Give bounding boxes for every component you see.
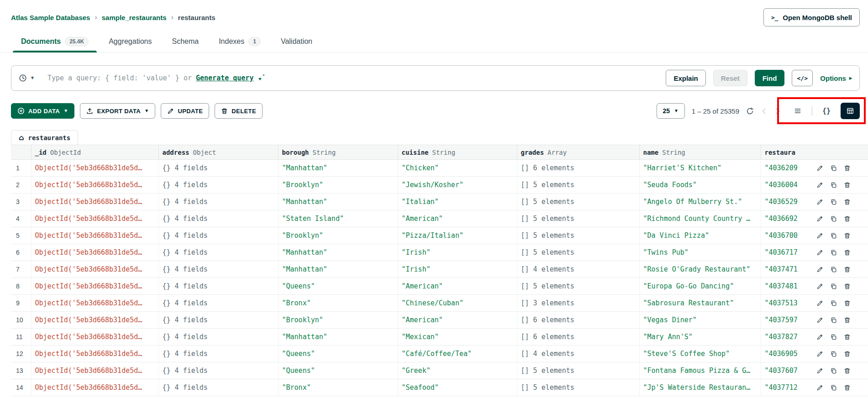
cell-restaurant-id[interactable]: "4037827 xyxy=(761,329,811,346)
table-row[interactable]: 8 ObjectId('5eb3d668b31de5d… {} 4 fields… xyxy=(11,278,868,295)
cell-id[interactable]: ObjectId('5eb3d668b31de5d… xyxy=(31,312,158,329)
cell-cuisine[interactable]: "American" xyxy=(398,278,517,295)
edit-document-button[interactable] xyxy=(816,182,823,189)
cell-grades[interactable]: [] 5 elements xyxy=(517,379,639,396)
cell-name[interactable]: "Angelo Of Mulberry St." xyxy=(639,194,761,210)
copy-document-button[interactable] xyxy=(830,182,837,189)
delete-button[interactable]: DELETE xyxy=(215,103,263,119)
cell-name[interactable]: "Sabrosura Restaurant" xyxy=(639,295,761,312)
refresh-button[interactable] xyxy=(746,107,754,115)
copy-document-button[interactable] xyxy=(830,334,837,340)
cell-grades[interactable]: [] 5 elements xyxy=(517,362,639,379)
cell-id[interactable]: ObjectId('5eb3d668b31de5d… xyxy=(31,261,158,278)
cell-address[interactable]: {} 4 fields xyxy=(158,346,278,362)
copy-document-button[interactable] xyxy=(830,300,837,307)
delete-document-button[interactable] xyxy=(844,283,851,290)
cell-restaurant-id[interactable]: "4036529 xyxy=(761,194,811,210)
edit-document-button[interactable] xyxy=(816,215,823,222)
cell-borough[interactable]: "Manhattan" xyxy=(278,244,398,261)
cell-cuisine[interactable]: "Seafood" xyxy=(398,379,517,396)
edit-document-button[interactable] xyxy=(816,165,823,172)
cell-borough[interactable]: "Brooklyn" xyxy=(278,177,398,194)
delete-document-button[interactable] xyxy=(844,351,851,357)
cell-grades[interactable]: [] 5 elements xyxy=(517,244,639,261)
table-row[interactable]: 13 ObjectId('5eb3d668b31de5d… {} 4 field… xyxy=(11,362,868,379)
breadcrumb-item-atlas-sample-databases[interactable]: Atlas Sample Databases xyxy=(11,14,90,21)
cell-name[interactable]: "Jp'S Waterside Restauran… xyxy=(639,379,761,396)
json-view-toggle[interactable]: {} xyxy=(817,103,836,119)
cell-name[interactable]: "Mary Ann'S" xyxy=(639,329,761,346)
cell-cuisine[interactable]: "American" xyxy=(398,312,517,329)
cell-id[interactable]: ObjectId('5eb3d668b31de5d… xyxy=(31,295,158,312)
cell-address[interactable]: {} 4 fields xyxy=(158,244,278,261)
cell-grades[interactable]: [] 4 elements xyxy=(517,346,639,362)
cell-borough[interactable]: "Manhattan" xyxy=(278,329,398,346)
delete-document-button[interactable] xyxy=(844,367,851,374)
collection-tab-restaurants[interactable]: ⌂ restaurants xyxy=(11,130,78,145)
cell-id[interactable]: ObjectId('5eb3d668b31de5d… xyxy=(31,227,158,244)
cell-id[interactable]: ObjectId('5eb3d668b31de5d… xyxy=(31,177,158,194)
export-data-button[interactable]: EXPORT DATA ▼ xyxy=(80,103,155,119)
cell-cuisine[interactable]: "Pizza/Italian" xyxy=(398,227,517,244)
cell-borough[interactable]: "Manhattan" xyxy=(278,261,398,278)
cell-address[interactable]: {} 4 fields xyxy=(158,362,278,379)
copy-document-button[interactable] xyxy=(830,165,837,172)
tab-indexes[interactable]: Indexes 1 xyxy=(209,31,271,52)
cell-address[interactable]: {} 4 fields xyxy=(158,160,278,177)
cell-borough[interactable]: "Queens" xyxy=(278,346,398,362)
table-row[interactable]: 7 ObjectId('5eb3d668b31de5d… {} 4 fields… xyxy=(11,261,868,278)
cell-restaurant-id[interactable]: "4036692 xyxy=(761,210,811,227)
edit-document-button[interactable] xyxy=(816,351,823,357)
delete-document-button[interactable] xyxy=(844,384,851,391)
delete-document-button[interactable] xyxy=(844,182,851,189)
table-row[interactable]: 9 ObjectId('5eb3d668b31de5d… {} 4 fields… xyxy=(11,295,868,312)
cell-grades[interactable]: [] 5 elements xyxy=(517,227,639,244)
edit-document-button[interactable] xyxy=(816,249,823,256)
cell-address[interactable]: {} 4 fields xyxy=(158,295,278,312)
cell-name[interactable]: "Fontana Famous Pizza & G… xyxy=(639,362,761,379)
table-row[interactable]: 5 ObjectId('5eb3d668b31de5d… {} 4 fields… xyxy=(11,227,868,244)
cell-restaurant-id[interactable]: "4036905 xyxy=(761,346,811,362)
cell-id[interactable]: ObjectId('5eb3d668b31de5d… xyxy=(31,194,158,210)
copy-document-button[interactable] xyxy=(830,367,837,374)
cell-address[interactable]: {} 4 fields xyxy=(158,261,278,278)
cell-restaurant-id[interactable]: "4037597 xyxy=(761,312,811,329)
cell-name[interactable]: "Richmond County Country … xyxy=(639,210,761,227)
column-header-name[interactable]: nameString xyxy=(639,145,761,160)
cell-grades[interactable]: [] 3 elements xyxy=(517,295,639,312)
copy-document-button[interactable] xyxy=(830,351,837,357)
delete-document-button[interactable] xyxy=(844,266,851,273)
delete-document-button[interactable] xyxy=(844,199,851,205)
explain-button[interactable]: Explain xyxy=(666,70,705,86)
cell-restaurant-id[interactable]: "4037712 xyxy=(761,379,811,396)
cell-address[interactable]: {} 4 fields xyxy=(158,210,278,227)
edit-document-button[interactable] xyxy=(816,384,823,391)
column-header-grades[interactable]: gradesArray xyxy=(517,145,639,160)
delete-document-button[interactable] xyxy=(844,232,851,239)
cell-cuisine[interactable]: "American" xyxy=(398,210,517,227)
cell-borough[interactable]: "Bronx" xyxy=(278,295,398,312)
tab-schema[interactable]: Schema xyxy=(162,31,209,52)
cell-borough[interactable]: "Manhattan" xyxy=(278,194,398,210)
table-row[interactable]: 11 ObjectId('5eb3d668b31de5d… {} 4 field… xyxy=(11,329,868,346)
cell-restaurant-id[interactable]: "4037481 xyxy=(761,278,811,295)
cell-address[interactable]: {} 4 fields xyxy=(158,177,278,194)
cell-name[interactable]: "Harriet'S Kitchen" xyxy=(639,160,761,177)
edit-document-button[interactable] xyxy=(816,300,823,307)
query-code-toggle-button[interactable]: </> xyxy=(792,70,813,86)
copy-document-button[interactable] xyxy=(830,283,837,290)
cell-cuisine[interactable]: "Jewish/Kosher" xyxy=(398,177,517,194)
breadcrumb-item-sample-restaurants[interactable]: sample_restaurants xyxy=(102,14,167,21)
previous-page-button[interactable] xyxy=(761,108,768,115)
cell-grades[interactable]: [] 6 elements xyxy=(517,329,639,346)
delete-document-button[interactable] xyxy=(844,300,851,307)
generate-query-link[interactable]: Generate query xyxy=(196,74,253,82)
copy-document-button[interactable] xyxy=(830,384,837,391)
cell-cuisine[interactable]: "Italian" xyxy=(398,194,517,210)
column-header-restaurant-id[interactable]: restaura xyxy=(761,145,868,160)
cell-name[interactable]: "Europa Go-Go Dancing" xyxy=(639,278,761,295)
page-size-select[interactable]: 25 ▼ xyxy=(657,103,685,119)
column-header-address[interactable]: addressObject xyxy=(158,145,278,160)
cell-name[interactable]: "Da Vinci Pizza" xyxy=(639,227,761,244)
cell-restaurant-id[interactable]: "4037513 xyxy=(761,295,811,312)
